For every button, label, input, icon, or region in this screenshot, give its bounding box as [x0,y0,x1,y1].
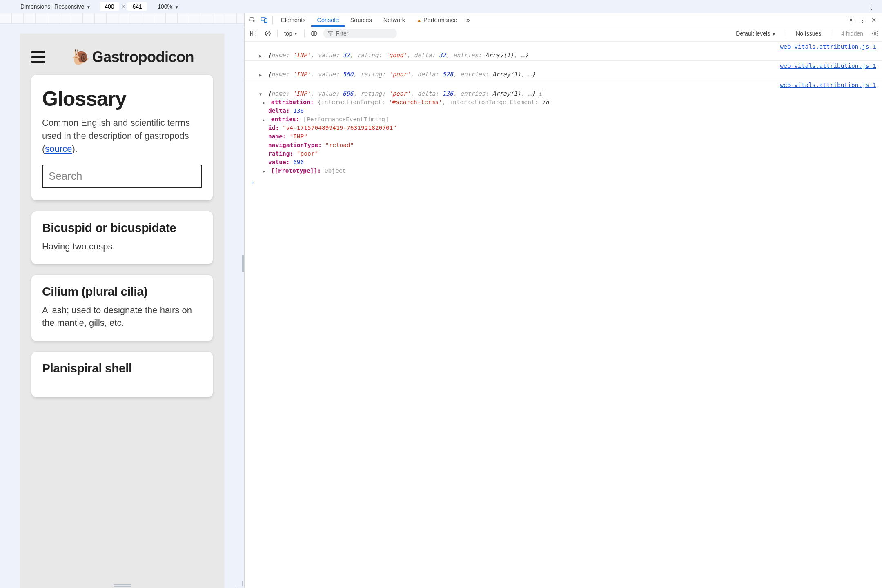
dimensions-label: Dimensions: [20,3,52,10]
info-badge-icon[interactable]: i [538,91,544,98]
device-bar-menu-icon[interactable]: ⋮ [865,2,878,11]
source-link[interactable]: source [45,144,72,154]
page-lead: Common English and scientific terms used… [42,116,202,156]
resize-handle-corner[interactable] [237,581,243,586]
term-card: Planispiral shell [31,352,213,397]
warning-icon: ▲ [416,17,422,23]
console-log-entry[interactable]: web-vitals.attribution.js:1 {name: 'INP'… [245,41,882,60]
devtools-pane: Elements Console Sources Network ▲Perfor… [245,13,882,588]
svg-rect-2 [265,19,267,23]
snail-icon: 🐌 [71,49,90,66]
device-frame: 🐌Gastropodicon Glossary Common English a… [20,34,224,588]
dimension-x: × [122,3,125,10]
term-definition: Having two cusps. [42,241,202,253]
tab-performance[interactable]: ▲Performance [411,13,463,27]
context-select[interactable]: top ▼ [282,30,300,37]
source-file-link[interactable]: web-vitals.attribution.js:1 [780,62,876,70]
console-filter-input[interactable]: Filter [323,29,397,38]
svg-line-7 [266,32,270,35]
term-definition: A lash; used to designate the hairs on t… [42,304,202,330]
tab-elements[interactable]: Elements [275,13,311,27]
toggle-sidebar-icon[interactable] [248,30,258,37]
expand-toggle-icon[interactable] [263,167,267,175]
term-title: Planispiral shell [42,361,202,375]
term-title: Bicuspid or bicuspidate [42,221,202,235]
console-prompt[interactable]: › [245,176,882,187]
term-card: Cilium (plural cilia) A lash; used to de… [31,275,213,341]
hidden-count[interactable]: 4 hidden [841,30,863,37]
resize-handle-bottom[interactable] [114,584,131,587]
device-emulation-pane: 🐌Gastropodicon Glossary Common English a… [0,13,245,588]
tab-console[interactable]: Console [311,13,344,27]
page-title: Glossary [42,87,202,111]
console-log-entry[interactable]: web-vitals.attribution.js:1 {name: 'INP'… [245,60,882,80]
devtools-close-icon[interactable]: ✕ [868,17,880,23]
devtools-menu-icon[interactable]: ⋮ [857,17,868,23]
clear-console-icon[interactable] [263,30,273,37]
device-toggle-icon[interactable] [258,16,270,24]
tab-sources[interactable]: Sources [345,13,378,27]
console-log-entry[interactable]: web-vitals.attribution.js:1 {name: 'INP'… [245,80,882,176]
search-input[interactable] [42,165,202,188]
ruler-horizontal [0,13,244,24]
term-card: Bicuspid or bicuspidate Having two cusps… [31,211,213,265]
expand-toggle-icon[interactable] [259,51,264,60]
live-expression-icon[interactable] [309,30,319,37]
term-title: Cilium (plural cilia) [42,285,202,298]
console-output[interactable]: web-vitals.attribution.js:1 {name: 'INP'… [245,40,882,588]
console-settings-icon[interactable] [871,30,879,37]
source-file-link[interactable]: web-vitals.attribution.js:1 [780,42,876,51]
device-toolbar: Dimensions: Responsive ▼ × 100% ▼ ⋮ [0,0,882,13]
tab-network[interactable]: Network [378,13,411,27]
no-issues-label[interactable]: No Issues [796,30,821,37]
devtools-settings-icon[interactable] [845,16,857,24]
resize-handle-right[interactable] [241,255,245,272]
tabs-overflow-icon[interactable]: » [463,16,473,24]
site-title: 🐌Gastropodicon [71,49,194,66]
devtools-tabs: Elements Console Sources Network ▲Perfor… [245,13,882,27]
svg-point-3 [850,19,852,21]
console-toolbar: top ▼ Filter Default levels ▼ No Issues … [245,27,882,40]
hamburger-menu-icon[interactable] [31,51,45,63]
svg-point-8 [313,33,315,35]
device-width-input[interactable] [100,2,119,11]
expand-toggle-icon[interactable] [259,70,264,79]
filter-icon [327,31,333,36]
expand-toggle-icon[interactable] [263,115,267,124]
svg-point-9 [874,33,876,35]
expand-toggle-icon[interactable] [259,89,264,98]
glossary-header-card: Glossary Common English and scientific t… [31,75,213,200]
source-file-link[interactable]: web-vitals.attribution.js:1 [780,81,876,89]
log-levels-select[interactable]: Default levels ▼ [736,30,776,37]
zoom-select[interactable]: 100% ▼ [158,3,179,10]
device-height-input[interactable] [127,2,147,11]
expand-toggle-icon[interactable] [263,98,267,107]
device-select[interactable]: Responsive ▼ [54,3,91,10]
inspect-element-icon[interactable] [247,16,258,24]
